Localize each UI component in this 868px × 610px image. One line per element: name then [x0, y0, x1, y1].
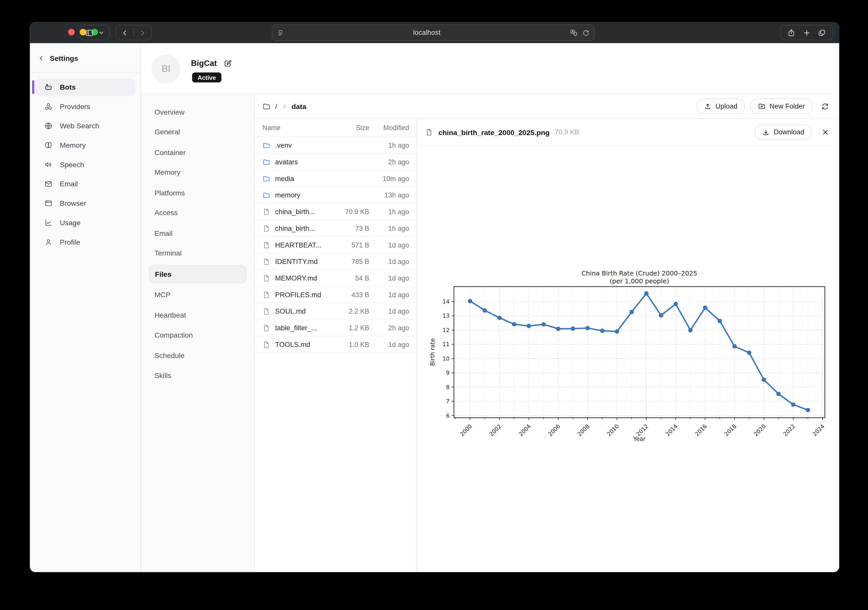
upload-button[interactable]: Upload — [697, 99, 745, 114]
column-modified[interactable]: Modified — [369, 124, 409, 132]
close-window-button[interactable] — [68, 29, 75, 36]
svg-text:13: 13 — [442, 313, 450, 319]
bot-nav-label: Memory — [154, 168, 180, 176]
download-button[interactable]: Download — [755, 124, 812, 140]
tab-overview-icon[interactable] — [817, 28, 826, 37]
history-nav-group — [116, 25, 152, 40]
bot-nav-item-email[interactable]: Email — [149, 224, 246, 242]
bot-nav-item-heartbeat[interactable]: Heartbeat — [149, 306, 246, 324]
folder-icon — [262, 191, 270, 199]
bot-nav: OverviewGeneralContainerMemoryPlatformsA… — [141, 94, 255, 572]
sidebar-item-usage[interactable]: Usage — [36, 214, 135, 231]
file-modified: 1d ago — [369, 241, 409, 249]
file-row[interactable]: media10m ago — [255, 170, 416, 187]
column-size[interactable]: Size — [333, 124, 369, 132]
breadcrumb: / data — [262, 102, 307, 110]
sidebar-item-memory[interactable]: Memory — [36, 136, 135, 154]
bot-nav-item-mcp[interactable]: MCP — [149, 286, 246, 303]
svg-text:6: 6 — [446, 413, 450, 419]
breadcrumb-root[interactable]: / — [275, 102, 277, 110]
bot-nav-label: Files — [155, 269, 172, 278]
file-row[interactable]: MEMORY.md54 B1d ago — [255, 270, 416, 286]
svg-text:14: 14 — [442, 299, 450, 305]
file-icon — [262, 257, 270, 265]
reader-icon[interactable] — [277, 29, 284, 36]
back-chevron-icon[interactable] — [38, 55, 44, 61]
file-row[interactable]: avatars2h ago — [255, 154, 416, 170]
file-row[interactable]: TOOLS.md1.0 KB1d ago — [255, 336, 416, 353]
translate-icon[interactable] — [570, 28, 578, 37]
forward-button[interactable] — [139, 29, 146, 36]
bot-nav-item-memory[interactable]: Memory — [149, 164, 246, 181]
file-name: PROFILES.md — [275, 291, 321, 299]
bot-nav-item-skills[interactable]: Skills — [149, 367, 246, 384]
edit-icon[interactable] — [223, 59, 232, 67]
column-name[interactable]: Name — [262, 124, 333, 132]
reload-icon[interactable] — [582, 29, 589, 36]
new-folder-button[interactable]: New Folder — [750, 99, 812, 114]
svg-text:10: 10 — [442, 356, 450, 362]
bot-nav-item-schedule[interactable]: Schedule — [149, 347, 246, 364]
file-icon — [262, 291, 270, 299]
svg-text:9: 9 — [446, 370, 450, 376]
bot-nav-item-terminal[interactable]: Terminal — [149, 245, 246, 262]
sidebar-item-profile[interactable]: Profile — [36, 234, 135, 251]
file-row[interactable]: china_birth...70.9 KB1h ago — [255, 203, 416, 220]
new-tab-icon[interactable] — [802, 28, 811, 37]
file-size: 2.2 KB — [333, 307, 369, 315]
file-icon — [262, 307, 270, 315]
browser-toolbar: localhost — [30, 22, 839, 43]
chevron-down-icon[interactable] — [99, 30, 104, 36]
file-row[interactable]: PROFILES.md433 B1d ago — [255, 286, 416, 303]
file-row[interactable]: memory13h ago — [255, 187, 416, 204]
file-name: IDENTITY.md — [275, 257, 318, 265]
file-modified: 1h ago — [369, 224, 409, 232]
file-size: 785 B — [333, 257, 369, 265]
sidebar-item-web-search[interactable]: Web Search — [36, 118, 135, 135]
refresh-icon[interactable] — [821, 102, 829, 110]
file-modified: 1h ago — [369, 141, 409, 149]
bot-nav-label: General — [154, 128, 180, 136]
bot-nav-item-general[interactable]: General — [149, 124, 246, 141]
file-row[interactable]: IDENTITY.md785 B1d ago — [255, 254, 416, 270]
close-preview-icon[interactable] — [822, 128, 829, 136]
bot-name: BigCat — [191, 59, 217, 67]
file-row[interactable]: SOUL.md2.2 KB1d ago — [255, 303, 416, 320]
svg-text:7: 7 — [446, 398, 450, 404]
sidebar-item-providers[interactable]: Providers — [36, 98, 135, 115]
bot-nav-item-compaction[interactable]: Compaction — [149, 327, 246, 344]
sidebar-item-email[interactable]: Email — [36, 175, 135, 193]
file-row[interactable]: HEARTBEAT...571 B1d ago — [255, 237, 416, 254]
file-row[interactable]: .venv1h ago — [255, 137, 416, 154]
breadcrumb-current[interactable]: data — [291, 102, 307, 110]
bot-nav-item-access[interactable]: Access — [149, 204, 246, 221]
sidebar-item-label: Speech — [60, 160, 84, 169]
sidebar-item-label: Bots — [60, 83, 76, 91]
file-name: TOOLS.md — [275, 341, 310, 348]
share-icon[interactable] — [787, 28, 796, 37]
preview-filename: china_birth_rate_2000_2025.png — [439, 128, 550, 136]
mail-icon — [44, 180, 53, 188]
sidebar-item-bots[interactable]: Bots — [36, 79, 135, 96]
sidebar-item-label: Profile — [60, 238, 80, 246]
address-bar[interactable]: localhost — [272, 24, 595, 41]
file-row[interactable]: china_birth...73 B1h ago — [255, 220, 416, 237]
bot-nav-label: Skills — [154, 371, 171, 379]
divider — [30, 73, 141, 73]
files-panel: / data Upload — [255, 94, 839, 572]
bot-nav-item-container[interactable]: Container — [149, 144, 246, 161]
sidebar-item-speech[interactable]: Speech — [36, 156, 135, 173]
bot-nav-item-overview[interactable]: Overview — [149, 103, 246, 121]
file-row[interactable]: table_filter_...1.2 KB2h ago — [255, 320, 416, 337]
sidebar-toggle-icon[interactable] — [85, 28, 94, 37]
bot-nav-item-platforms[interactable]: Platforms — [149, 184, 246, 201]
sidebar-item-browser[interactable]: Browser — [36, 195, 135, 212]
bot-nav-label: Compaction — [154, 331, 193, 339]
bot-nav-item-files[interactable]: Files — [149, 265, 246, 283]
file-size: 54 B — [333, 274, 369, 282]
back-button[interactable] — [121, 29, 128, 36]
file-icon — [262, 324, 270, 332]
download-label: Download — [773, 128, 804, 136]
bot-nav-label: Email — [154, 229, 172, 237]
folder-icon[interactable] — [262, 102, 271, 110]
